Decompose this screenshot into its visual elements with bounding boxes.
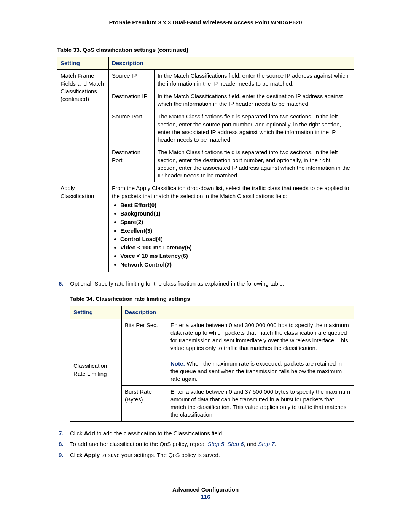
list-item: Spare(2)	[120, 218, 350, 226]
desc-text: Enter a value between 0 and 300,000,000 …	[170, 322, 349, 351]
cell-desc: In the Match Classifications field, ente…	[155, 90, 354, 110]
step-6: Optional: Specify rate limiting for the …	[57, 280, 354, 288]
list-item: Voice < 10 ms Latency(6)	[120, 252, 350, 260]
cell-desc: The Match Classifications field is separ…	[155, 146, 354, 182]
cell-sub: Destination IP	[109, 90, 155, 110]
footer-section-title: Advanced Configuration	[0, 486, 411, 493]
note-text: When the maximum rate is exceeded, packe…	[170, 360, 342, 382]
list-item: Control Load(4)	[120, 235, 350, 243]
step-7: Click Add to add the classification to t…	[57, 429, 354, 438]
cell-sub: Destination Port	[109, 146, 155, 182]
cell-desc: From the Apply Classification drop-down …	[109, 182, 354, 272]
table34: Setting Description Classification Rate …	[70, 306, 354, 421]
th-description: Description	[122, 306, 354, 319]
cell-sub: Source Port	[109, 110, 155, 146]
cell-setting: Classification Rate Limiting	[70, 319, 122, 421]
table33-caption: Table 33. QoS classification settings (c…	[57, 46, 354, 53]
list-item: Network Control(7)	[120, 261, 350, 268]
list-item: Background(1)	[120, 210, 350, 217]
text: Click	[70, 452, 84, 458]
apply-keyword: Apply	[84, 452, 100, 458]
cell-desc: Enter a value between 0 and 37,500,000 b…	[167, 385, 354, 421]
step-8: To add another classification to the QoS…	[57, 440, 354, 449]
th-setting: Setting	[57, 57, 109, 70]
cell-sub: Bits Per Sec.	[122, 319, 167, 385]
page-footer: Advanced Configuration 116	[0, 482, 411, 500]
list-item: Excellent(3)	[120, 227, 350, 235]
table-row: Classification Rate Limiting Bits Per Se…	[70, 319, 354, 385]
text: Click	[70, 430, 84, 436]
link-step6[interactable]: Step 6	[227, 441, 244, 447]
page-content: Table 33. QoS classification settings (c…	[0, 46, 411, 459]
footer-page-number: 116	[0, 494, 411, 500]
cell-setting: Match Frame Fields and Match Classificat…	[57, 70, 109, 182]
text: To add another classification to the QoS…	[70, 441, 208, 447]
steps-block-7-9: Click Add to add the classification to t…	[57, 429, 354, 460]
link-step5[interactable]: Step 5	[208, 441, 224, 447]
text: , and	[244, 441, 258, 447]
list-item: Best Effort(0)	[120, 201, 350, 209]
text: to add the classification to the Classif…	[95, 430, 224, 436]
cell-desc: Enter a value between 0 and 300,000,000 …	[167, 319, 354, 385]
table34-caption: Table 34. Classification rate limiting s…	[70, 296, 354, 302]
add-keyword: Add	[84, 430, 95, 436]
apply-bullets: Best Effort(0) Background(1) Spare(2) Ex…	[112, 201, 350, 268]
cell-desc: In the Match Classifications field, ente…	[155, 70, 354, 90]
cell-sub: Source IP	[109, 70, 155, 90]
footer-rule	[57, 482, 354, 482]
th-description: Description	[109, 57, 354, 70]
table33: Setting Description Match Frame Fields a…	[57, 57, 354, 272]
text: .	[275, 441, 276, 447]
steps-block-6: Optional: Specify rate limiting for the …	[57, 280, 354, 288]
list-item: Video < 100 ms Latency(5)	[120, 244, 350, 251]
text: to save your settings. The QoS policy is…	[100, 452, 220, 458]
cell-sub: Burst Rate (Bytes)	[122, 385, 167, 421]
step-9: Click Apply to save your settings. The Q…	[57, 451, 354, 460]
note-label: Note:	[170, 360, 185, 367]
page-header-title: ProSafe Premium 3 x 3 Dual-Band Wireless…	[0, 19, 411, 26]
table-row: Match Frame Fields and Match Classificat…	[57, 70, 354, 90]
th-setting: Setting	[70, 306, 122, 319]
cell-desc: The Match Classifications field is separ…	[155, 110, 354, 146]
table-row: Apply Classification From the Apply Clas…	[57, 182, 354, 272]
document-page: ProSafe Premium 3 x 3 Dual-Band Wireless…	[0, 0, 411, 515]
cell-setting: Apply Classification	[57, 182, 109, 272]
apply-intro: From the Apply Classification drop-down …	[112, 185, 349, 199]
link-step7[interactable]: Step 7	[258, 441, 274, 447]
